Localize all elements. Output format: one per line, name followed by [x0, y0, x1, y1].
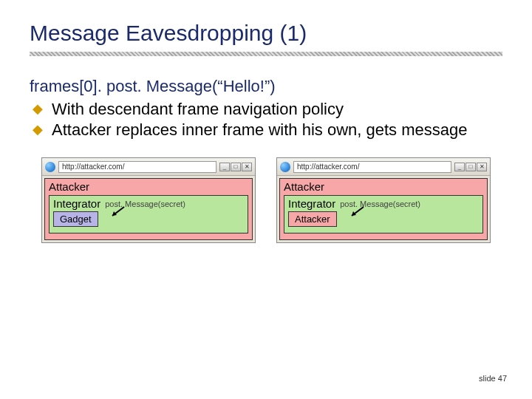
arrow-icon — [106, 205, 126, 220]
title-divider — [30, 52, 502, 56]
attacker-pane: Attacker Integrator post. Message(secret… — [44, 178, 253, 240]
diagram-row: http://attacker.com/ _ □ ✕ Attacker Inte… — [30, 157, 502, 243]
url-bar: http://attacker.com/ — [293, 161, 451, 173]
window-buttons: _ □ ✕ — [454, 163, 487, 171]
close-icon: ✕ — [242, 163, 252, 171]
attacker-label: Attacker — [49, 180, 248, 193]
integrator-label: Integrator — [53, 197, 100, 210]
globe-icon — [45, 162, 55, 172]
minimize-icon: _ — [454, 163, 465, 171]
browser-window-left: http://attacker.com/ _ □ ✕ Attacker Inte… — [41, 157, 256, 243]
slide-title: Message Eavesdropping (1) — [30, 21, 502, 46]
bullet-item: Attacker replaces inner frame with his o… — [33, 120, 502, 140]
bullet-item: With descendant frame navigation policy — [33, 99, 502, 120]
browser-chrome: http://attacker.com/ _ □ ✕ — [277, 158, 490, 176]
maximize-icon: □ — [466, 163, 476, 171]
attacker-frame: Attacker — [288, 211, 337, 227]
close-icon: ✕ — [477, 163, 487, 171]
integrator-pane: Integrator post. Message(secret) Attacke… — [284, 195, 483, 233]
slide-number: slide 47 — [479, 374, 507, 383]
window-buttons: _ □ ✕ — [219, 163, 252, 171]
url-bar: http://attacker.com/ — [58, 161, 216, 173]
code-line: frames[0]. post. Message(“Hello!”) — [30, 77, 502, 96]
maximize-icon: □ — [231, 163, 241, 171]
arrow-icon — [346, 205, 365, 220]
integrator-pane: Integrator post. Message(secret) Gadget — [49, 195, 248, 233]
attacker-label: Attacker — [284, 180, 483, 193]
browser-window-right: http://attacker.com/ _ □ ✕ Attacker Inte… — [276, 157, 491, 243]
globe-icon — [280, 162, 290, 172]
gadget-frame: Gadget — [53, 211, 98, 227]
integrator-label: Integrator — [288, 197, 335, 210]
browser-chrome: http://attacker.com/ _ □ ✕ — [42, 158, 255, 176]
minimize-icon: _ — [219, 163, 230, 171]
bullet-list: With descendant frame navigation policy … — [33, 99, 502, 140]
attacker-pane: Attacker Integrator post. Message(secret… — [279, 178, 488, 240]
